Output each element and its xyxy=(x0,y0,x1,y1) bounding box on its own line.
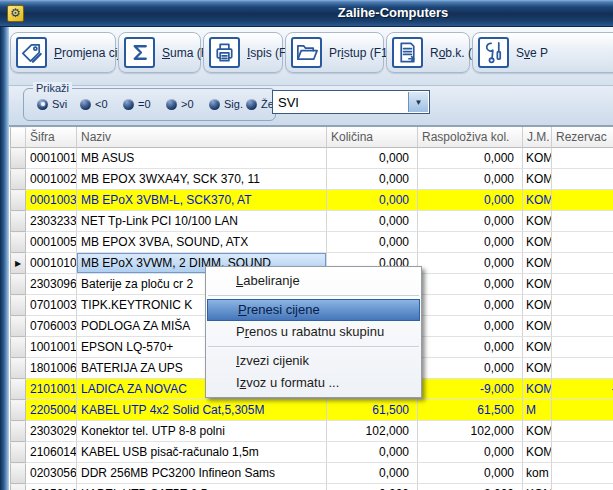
cell-rezervac[interactable]: 0 xyxy=(552,358,613,379)
menu-item-izvezi-cijenik[interactable]: Izvezi cijenik xyxy=(206,350,421,372)
row-marker[interactable] xyxy=(10,421,26,442)
cell-jm[interactable]: KOM xyxy=(523,295,552,316)
group-combobox[interactable]: SVI ▼ xyxy=(272,90,430,114)
row-marker[interactable] xyxy=(10,358,26,379)
radio-eq0[interactable]: =0 xyxy=(123,98,151,110)
cell-sifra[interactable]: 0001001 xyxy=(26,148,77,169)
cell-sifra[interactable]: 2205004 xyxy=(26,400,77,421)
cell-raspoloziva[interactable]: 0,000 xyxy=(418,169,523,190)
header-kolicina[interactable]: Količina xyxy=(327,127,418,148)
table-row[interactable]: 0001002MB EPOX 3WXA4Y, SCK 370, 110,0000… xyxy=(9,169,613,190)
table-row[interactable]: 2106014KABEL USB pisač-računalo 1,5m0,00… xyxy=(9,442,613,463)
header-raspoloziva[interactable]: Raspoloživa kol. xyxy=(418,127,523,148)
cell-sifra[interactable]: 0001005 xyxy=(26,232,77,253)
cell-jm[interactable]: KOM xyxy=(523,484,552,490)
cell-kolicina[interactable]: 0,000 xyxy=(327,190,418,211)
cell-raspoloziva[interactable]: 61,500 xyxy=(418,400,523,421)
row-marker[interactable] xyxy=(10,232,26,253)
cell-raspoloziva[interactable]: 0,000 xyxy=(418,337,523,358)
sve-p-button[interactable]: Sve P xyxy=(472,32,613,73)
cell-jm[interactable]: KOM xyxy=(523,253,552,274)
cell-sifra[interactable]: 0706003 xyxy=(26,316,77,337)
cell-naziv[interactable]: KABEL UTP 4x2 Solid Cat,5,305M xyxy=(77,400,327,421)
cell-kolicina[interactable]: 102,000 xyxy=(327,421,418,442)
cell-jm[interactable]: KOM xyxy=(523,421,552,442)
cell-rezervac[interactable]: 0 xyxy=(552,211,613,232)
cell-kolicina[interactable]: 0,000 xyxy=(327,232,418,253)
promjena-cijene-button[interactable]: Promjena cijene xyxy=(10,32,116,73)
radio-sig[interactable]: Sig. xyxy=(209,98,243,110)
cell-kolicina[interactable]: 0,000 xyxy=(327,211,418,232)
cell-sifra[interactable]: 0001002 xyxy=(26,169,77,190)
cell-raspoloziva[interactable]: 0,000 xyxy=(418,253,523,274)
menu-item-izvoz-u-formatu[interactable]: Izvoz u formatu ... xyxy=(206,372,421,394)
cell-jm[interactable]: KOM xyxy=(523,379,552,400)
cell-sifra[interactable]: 2106014 xyxy=(26,442,77,463)
row-marker[interactable] xyxy=(10,463,26,484)
table-row[interactable]: 0001003MB EPoX 3VBM-L, SCK370, AT0,0000,… xyxy=(9,190,613,211)
cell-rezervac[interactable]: 0 xyxy=(552,169,613,190)
cell-raspoloziva[interactable]: 0,000 xyxy=(418,232,523,253)
cell-rezervac[interactable]: 0 xyxy=(552,463,613,484)
ispis-button[interactable]: Ispis (F8) xyxy=(203,32,283,73)
cell-rezervac[interactable]: -10 xyxy=(552,379,613,400)
radio-svi[interactable]: Svi xyxy=(37,98,67,110)
cell-kolicina[interactable]: 0,000 xyxy=(327,463,418,484)
cell-jm[interactable]: kom xyxy=(523,463,552,484)
cell-naziv[interactable]: Konektor tel. UTP 8-8 polni xyxy=(77,421,327,442)
header-sifra[interactable]: Šifra xyxy=(26,127,77,148)
cell-rezervac[interactable]: 0 xyxy=(552,442,613,463)
header-rezervac[interactable]: Rezervac xyxy=(552,127,613,148)
cell-jm[interactable]: KOM xyxy=(523,190,552,211)
cell-sifra[interactable]: 0701003 xyxy=(26,295,77,316)
cell-sifra[interactable]: 2303233 xyxy=(26,211,77,232)
cell-kolicina[interactable]: 0,000 xyxy=(327,169,418,190)
cell-naziv[interactable]: KABEL USB pisač-računalo 1,5m xyxy=(77,442,327,463)
cell-naziv[interactable]: MB EPOX 3VBA, SOUND, ATX xyxy=(77,232,327,253)
table-row[interactable]: 2205004KABEL UTP 4x2 Solid Cat,5,305M61,… xyxy=(9,400,613,421)
cell-rezervac[interactable]: 0 xyxy=(552,232,613,253)
cell-naziv[interactable]: MB EPOX 3WXA4Y, SCK 370, 11 xyxy=(77,169,327,190)
row-marker[interactable]: ▶ xyxy=(10,253,26,274)
radio-lt0[interactable]: <0 xyxy=(80,98,108,110)
cell-sifra[interactable]: 2303029 xyxy=(26,421,77,442)
cell-kolicina[interactable]: 0,000 xyxy=(327,148,418,169)
cell-sifra[interactable]: 2101001 xyxy=(26,379,77,400)
cell-raspoloziva[interactable]: 0,000 xyxy=(418,358,523,379)
cell-raspoloziva[interactable]: 0,000 xyxy=(418,463,523,484)
cell-raspoloziva[interactable]: -9,000 xyxy=(418,379,523,400)
cell-rezervac[interactable]: 2 xyxy=(552,484,613,490)
cell-jm[interactable]: KOM xyxy=(523,148,552,169)
cell-naziv[interactable]: KABEL UTP CAT5E 0,5 xyxy=(77,484,327,490)
table-row[interactable]: 0001005MB EPOX 3VBA, SOUND, ATX0,0000,00… xyxy=(9,232,613,253)
cell-raspoloziva[interactable]: 0,000 xyxy=(418,190,523,211)
table-row[interactable]: 0001001MB ASUS0,0000,000KOM0 xyxy=(9,148,613,169)
cell-rezervac[interactable]: 0 xyxy=(552,421,613,442)
cell-raspoloziva[interactable]: 0,000 xyxy=(418,274,523,295)
cell-sifra[interactable]: 1001001 xyxy=(26,337,77,358)
suma-button[interactable]: Suma (F7) xyxy=(118,32,201,73)
menu-item-prenesi-cijene[interactable]: Prenesi cijene xyxy=(207,299,420,321)
row-marker[interactable] xyxy=(10,442,26,463)
cell-jm[interactable]: KOM xyxy=(523,232,552,253)
row-marker[interactable] xyxy=(10,316,26,337)
cell-sifra[interactable]: 0001003 xyxy=(26,190,77,211)
robk-button[interactable]: Rob.k. (F2) xyxy=(386,32,470,73)
cell-jm[interactable]: M xyxy=(523,400,552,421)
cell-kolicina[interactable]: 0,000 xyxy=(327,442,418,463)
cell-rezervac[interactable]: 0 xyxy=(552,148,613,169)
table-row[interactable]: 0203056DDR 256MB PC3200 Infineon Sams0,0… xyxy=(9,463,613,484)
row-marker[interactable] xyxy=(10,337,26,358)
menu-item-labeliranje[interactable]: Labeliranje xyxy=(206,270,421,292)
cell-jm[interactable]: KOM xyxy=(523,316,552,337)
row-marker[interactable] xyxy=(10,274,26,295)
row-marker[interactable] xyxy=(10,295,26,316)
cell-naziv[interactable]: NET Tp-Link PCI 10/100 LAN xyxy=(77,211,327,232)
header-jm[interactable]: J.M. xyxy=(523,127,552,148)
cell-raspoloziva[interactable]: 102,000 xyxy=(418,421,523,442)
cell-jm[interactable]: KOM xyxy=(523,442,552,463)
cell-naziv[interactable]: MB EPoX 3VBM-L, SCK370, AT xyxy=(77,190,327,211)
cell-raspoloziva[interactable]: 0,000 xyxy=(418,442,523,463)
row-marker[interactable] xyxy=(10,211,26,232)
row-marker[interactable] xyxy=(10,379,26,400)
